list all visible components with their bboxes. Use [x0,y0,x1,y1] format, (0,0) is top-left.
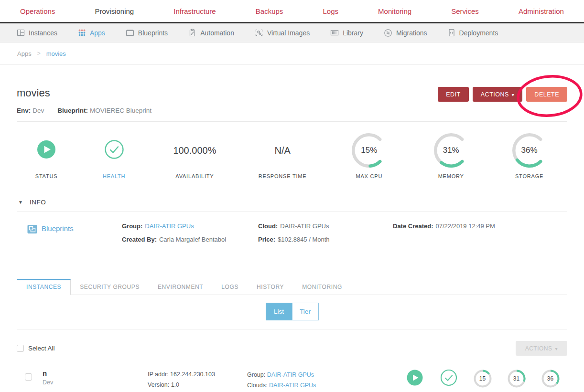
collapse-triangle-icon[interactable]: ▼ [18,200,23,205]
max-cpu-gauge: 15% [351,132,387,169]
env-label: Env: [17,107,31,114]
main-nav: Operations Provisioning Infrastructure B… [0,0,584,23]
memory-label: MEMORY [438,173,464,179]
subnav-instances[interactable]: Instances [17,29,57,37]
subnav-migrations-label: Migrations [396,29,427,37]
edit-button[interactable]: EDIT [438,87,468,102]
stat-response-time: N/A RESPONSE TIME [238,132,328,179]
status-play-icon [36,139,57,162]
subnav-deployments-label: Deployments [459,29,498,37]
nav-monitoring[interactable]: Monitoring [378,7,411,15]
instance-max-cpu-value: 15 [473,369,492,388]
instance-clouds-link[interactable]: DAIR-ATIR GPUs [269,382,316,389]
subnav-library[interactable]: Library [330,29,363,37]
tab-logs[interactable]: LOGS [212,279,248,295]
instance-storage-value: 36 [541,369,560,388]
blueprints-badge-icon [27,224,37,236]
list-actions-button[interactable]: ACTIONS▾ [516,341,567,356]
breadcrumb-apps[interactable]: Apps [17,50,32,57]
max-cpu-value: 15% [351,132,387,169]
status-play-icon [406,369,424,389]
provisioning-subnav: Instances Apps Blueprints Automation Vir… [0,23,584,42]
deployments-code-icon [448,29,455,37]
group-link[interactable]: DAIR-ATIR GPUs [145,222,194,230]
memory-value: 31% [433,132,469,169]
tab-history[interactable]: HISTORY [248,279,293,295]
env-value: Dev [32,107,44,114]
nav-logs[interactable]: Logs [323,7,338,15]
health-label: HEALTH [103,173,125,179]
group-field: Group:DAIR-ATIR GPUs [122,222,258,230]
instance-memory: 31 MEMORY [499,369,533,392]
created-by-value: Carla Margalef Bentabol [159,236,226,243]
divider [17,329,567,329]
list-actions-label: ACTIONS [525,345,552,352]
app-stats: STATUS HEALTH 100.000% AVAILABILITY N/A … [17,122,567,186]
ip-label: IP addr: [148,371,169,378]
nav-operations[interactable]: Operations [20,7,55,15]
instance-memory-gauge: 31 [507,369,526,388]
storage-gauge: 36% [511,132,548,169]
nav-infrastructure[interactable]: Infrastructure [173,7,216,15]
subnav-apps[interactable]: Apps [78,29,105,37]
subnav-automation[interactable]: Automation [188,29,234,37]
stat-availability: 100.000% AVAILABILITY [152,132,238,179]
instance-checkbox[interactable] [25,373,32,381]
instance-name-link[interactable]: n [43,369,148,377]
actions-label: ACTIONS [481,91,509,98]
subnav-migrations[interactable]: Migrations [384,29,427,37]
cloud-field: Cloud:DAIR-ATIR GPUs [258,222,393,230]
instance-group-link[interactable]: DAIR-ATIR GPUs [267,371,314,378]
version-label: Version: [148,381,169,388]
select-all-checkbox[interactable] [17,345,24,352]
health-check-icon [440,369,458,389]
instance-memory-value: 31 [507,369,526,388]
list-view-button[interactable]: List [266,303,292,320]
price-field: Price:$102.8845 / Month [258,236,393,243]
instance-vms: Virtual Machines: 1 [148,390,247,392]
instance-max-cpu-gauge: 15 [473,369,492,388]
tab-instances[interactable]: INSTANCES [17,279,71,295]
automation-clipboard-icon [188,29,196,37]
subnav-deployments[interactable]: Deployments [448,29,498,37]
subnav-library-label: Library [343,29,363,37]
version-value: 1.0 [171,381,179,388]
nav-backups[interactable]: Backups [256,7,283,15]
env-field: Env:Dev [17,107,44,114]
blueprint-field: Blueprint:MOVIEREC Blueprint [57,107,151,114]
stat-storage: 36% STORAGE [491,132,567,179]
nav-administration[interactable]: Administration [519,7,564,15]
tab-environment[interactable]: ENVIRONMENT [149,279,212,295]
blueprint-value: MOVIEREC Blueprint [90,107,151,114]
stat-status: STATUS [17,132,76,179]
instance-status: STATUS [398,369,432,392]
instance-version: Version: 1.0 [148,380,247,390]
price-value: $102.8845 / Month [278,236,329,243]
nav-services[interactable]: Services [451,7,479,15]
ip-value: 162.244.230.103 [170,371,215,378]
breadcrumb-separator-icon: > [37,50,41,57]
subnav-blueprints[interactable]: Blueprints [126,29,168,37]
nav-provisioning[interactable]: Provisioning [95,7,134,15]
response-time-value: N/A [274,145,290,156]
caret-down-icon: ▾ [555,346,558,351]
tab-security-groups[interactable]: SECURITY GROUPS [71,279,149,295]
apps-grid-icon [78,29,86,37]
instance-group: Group: DAIR-ATIR GPUs [247,370,367,380]
select-all-label: Select All [28,345,55,352]
price-label: Price: [258,236,275,243]
group-label: Group: [122,222,142,230]
info-grid: Blueprints Group:DAIR-ATIR GPUs Created … [17,212,567,261]
subnav-blueprints-label: Blueprints [138,29,168,37]
actions-dropdown-button[interactable]: ACTIONS▾ [473,87,523,102]
instance-health: HEALTH [432,369,465,392]
subnav-virtual-images[interactable]: Virtual Images [255,29,310,37]
delete-button[interactable]: DELETE [526,87,567,102]
cloud-label: Cloud: [258,222,278,230]
storage-value: 36% [511,132,548,169]
instance-row: n Dev openstack. IP addr: 162.244.230.10… [17,369,567,392]
select-all-control: Select All [17,345,55,352]
tier-view-button[interactable]: Tier [292,303,319,320]
tab-monitoring[interactable]: MONITORING [293,279,351,295]
breadcrumb-movies[interactable]: movies [46,50,66,57]
